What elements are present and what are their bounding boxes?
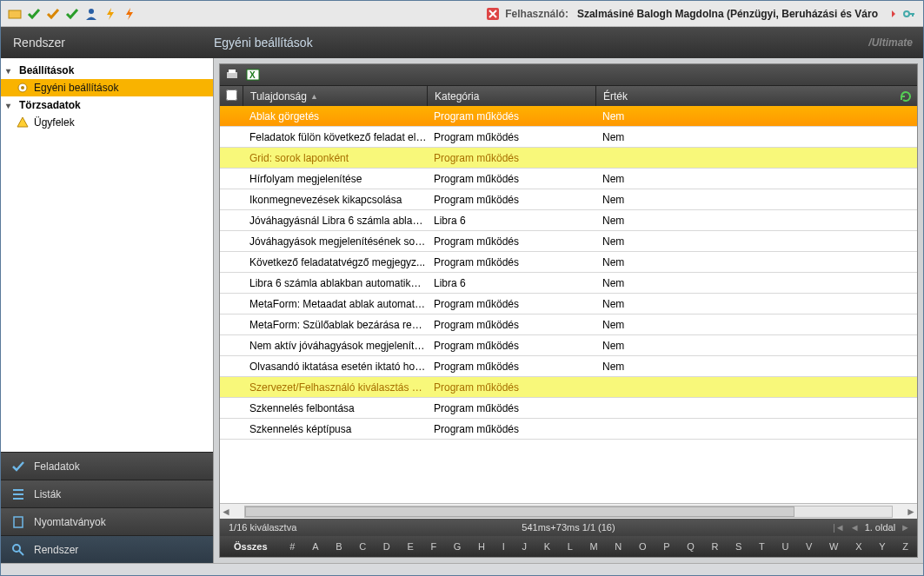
nav-listak[interactable]: Listák: [1, 480, 213, 507]
alpha-letter[interactable]: H: [478, 541, 485, 552]
excel-icon[interactable]: X: [246, 68, 260, 82]
alpha-letter[interactable]: I: [502, 541, 505, 552]
alpha-all[interactable]: Összes: [220, 541, 282, 552]
tree-group-beallitasok[interactable]: Beállítások: [1, 62, 213, 79]
bolt-icon[interactable]: [103, 7, 117, 21]
col-header-kategoria[interactable]: Kategória: [427, 86, 595, 106]
key-icon[interactable]: [902, 7, 916, 21]
cell-cat: Program működés: [427, 402, 595, 414]
alpha-letter[interactable]: T: [759, 541, 765, 552]
horizontal-scrollbar[interactable]: ◄ ►: [220, 503, 917, 519]
cell-val: Nem: [595, 110, 875, 122]
svg-point-7: [13, 545, 20, 552]
alpha-letter[interactable]: W: [829, 541, 838, 552]
alpha-letter[interactable]: K: [544, 541, 550, 552]
table-row[interactable]: Libra 6 számla ablakban automatikus ...L…: [220, 273, 917, 294]
table-row[interactable]: Következő feladatatvégző megjegyz...Prog…: [220, 252, 917, 273]
pin-icon[interactable]: [883, 7, 897, 21]
alpha-letter[interactable]: Z: [902, 541, 908, 552]
alpha-letter[interactable]: D: [383, 541, 390, 552]
scroll-track[interactable]: [244, 506, 893, 518]
alpha-letter[interactable]: F: [430, 541, 436, 552]
page-next-icon[interactable]: ►: [901, 522, 910, 533]
nav-nyomtatvanyok[interactable]: Nyomtatványok: [1, 507, 213, 535]
print-icon[interactable]: [225, 68, 239, 82]
page-prev-icon[interactable]: ◄: [850, 522, 860, 533]
cell-prop: MetaForm: Szülőablak bezárása rend...: [243, 319, 427, 331]
alpha-letter[interactable]: M: [589, 541, 597, 552]
table-row[interactable]: MetaForm: Metaadat ablak automatik...Pro…: [220, 294, 917, 314]
nav-feladatok[interactable]: Feladatok: [1, 452, 213, 480]
tree-item-egyeni-beallitasok[interactable]: Egyéni beállítások: [1, 79, 213, 96]
cell-val: Nem: [595, 173, 875, 185]
table-row[interactable]: Grid: sorok laponkéntProgram működés: [220, 148, 917, 169]
cell-prop: Jóváhagyások megjelenítésének sorr...: [243, 235, 427, 248]
table-row[interactable]: Ikonmegnevezések kikapcsolásaProgram műk…: [220, 189, 917, 210]
table-row[interactable]: Szervezet/Felhasználó kiválasztás mó...P…: [220, 377, 917, 398]
alpha-letter[interactable]: R: [711, 541, 718, 552]
alpha-letter[interactable]: O: [639, 541, 647, 552]
alpha-letter[interactable]: J: [522, 541, 527, 552]
tree-group-torzsadatok[interactable]: Törzsadatok: [1, 96, 213, 114]
sort-asc-icon: ▲: [310, 92, 318, 101]
close-red-icon[interactable]: [486, 7, 500, 21]
svg-rect-9: [229, 70, 236, 73]
app-logo: /Ultimate: [868, 36, 913, 49]
scroll-thumb[interactable]: [245, 506, 794, 517]
alpha-letter[interactable]: #: [289, 541, 295, 552]
table-row[interactable]: Szkennelés képtípusaProgram működés: [220, 419, 917, 440]
cell-cat: Program működés: [427, 423, 595, 435]
scroll-right-icon[interactable]: ►: [905, 506, 917, 518]
cell-val: Nem: [595, 256, 875, 268]
table-row[interactable]: Szkennelés felbontásaProgram működés: [220, 398, 917, 419]
select-all-checkbox[interactable]: [226, 89, 237, 101]
cell-cat: Program működés: [427, 173, 595, 185]
table-row[interactable]: Hírfolyam megjelenítéseProgram működésNe…: [220, 169, 917, 189]
refresh-icon[interactable]: [900, 90, 912, 103]
alpha-letter[interactable]: X: [855, 541, 861, 552]
alpha-letter[interactable]: L: [568, 541, 573, 552]
alpha-letter[interactable]: V: [806, 541, 812, 552]
folder-icon[interactable]: [8, 7, 22, 21]
alpha-letter[interactable]: B: [336, 541, 342, 552]
col-header-ertek[interactable]: Érték: [595, 86, 917, 106]
grid-header-checkbox[interactable]: [220, 89, 243, 103]
alpha-letter[interactable]: U: [781, 541, 788, 552]
alpha-letter[interactable]: P: [663, 541, 669, 552]
grid-body[interactable]: Ablak görgetésProgram működésNemFeladato…: [220, 106, 917, 503]
checkmark-orange-icon[interactable]: [46, 7, 60, 21]
alpha-letter[interactable]: G: [454, 541, 462, 552]
table-row[interactable]: Jóváhagyásnál Libra 6 számla ablak a...L…: [220, 210, 917, 231]
table-row[interactable]: Olvasandó iktatása esetén iktató hoz...P…: [220, 356, 917, 377]
checkmark-green-icon[interactable]: [65, 7, 79, 21]
bolt-orange-icon[interactable]: [123, 7, 136, 21]
header-bar: Rendszer Egyéni beállítások /Ultimate: [1, 27, 923, 58]
tree-item-ugyfelek[interactable]: Ügyfelek: [1, 114, 213, 131]
cell-prop: Szervezet/Felhasználó kiválasztás mó...: [243, 381, 427, 394]
alpha-letter[interactable]: A: [312, 541, 318, 552]
page-first-icon[interactable]: |◄: [833, 522, 845, 533]
col-header-tulajdonsag[interactable]: Tulajdonság▲: [243, 86, 427, 106]
cell-cat: Program működés: [427, 319, 595, 331]
cell-prop: Következő feladatatvégző megjegyz...: [243, 256, 427, 268]
alpha-letter[interactable]: C: [359, 541, 366, 552]
alpha-letter[interactable]: Q: [687, 541, 695, 552]
alpha-letter[interactable]: E: [407, 541, 413, 552]
table-row[interactable]: Nem aktív jóváhagyások megjelenítéseProg…: [220, 335, 917, 356]
cell-prop: Feladatok fülön következő feladat elv...: [243, 131, 427, 143]
cell-cat: Program működés: [427, 110, 595, 122]
top-toolbar: Felhasználó: Szalmásiné Balogh Magdolna …: [1, 1, 923, 27]
search-icon: [11, 543, 25, 557]
table-row[interactable]: MetaForm: Szülőablak bezárása rend...Pro…: [220, 314, 917, 335]
person-icon[interactable]: [84, 7, 98, 21]
table-row[interactable]: Jóváhagyások megjelenítésének sorr...Pro…: [220, 231, 917, 252]
checkmark-icon[interactable]: [27, 7, 41, 21]
table-row[interactable]: Ablak görgetésProgram működésNem: [220, 106, 917, 127]
nav-rendszer[interactable]: Rendszer: [1, 535, 213, 563]
alpha-letter[interactable]: N: [615, 541, 622, 552]
alpha-letter[interactable]: S: [735, 541, 741, 552]
cell-prop: Ikonmegnevezések kikapcsolása: [243, 194, 427, 206]
alpha-letter[interactable]: Y: [879, 541, 885, 552]
table-row[interactable]: Feladatok fülön következő feladat elv...…: [220, 127, 917, 148]
scroll-left-icon[interactable]: ◄: [220, 506, 232, 518]
